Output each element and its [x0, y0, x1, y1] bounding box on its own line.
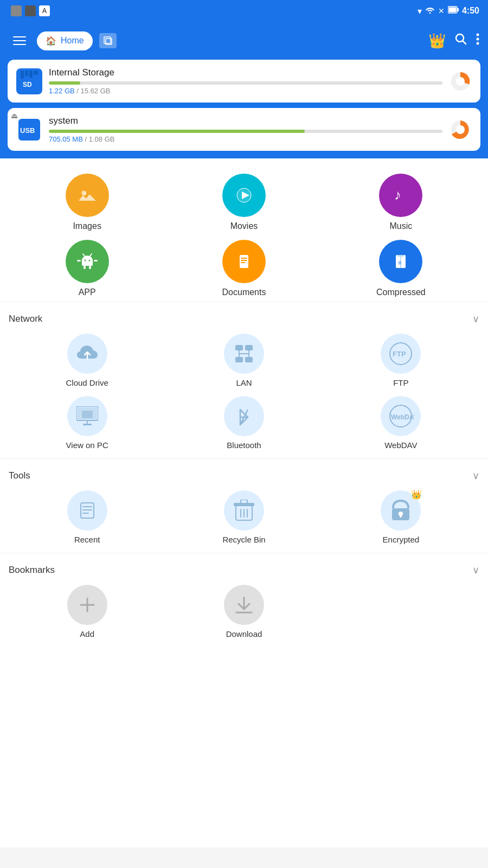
category-compressed[interactable]: ≡ Compressed: [323, 240, 479, 297]
system-storage-name: system: [49, 116, 442, 126]
tools-grid: Recent Recycle Bin: [0, 490, 488, 553]
home-icon: 🏠: [46, 36, 56, 46]
images-label: Images: [73, 221, 101, 231]
battery-icon: [448, 6, 459, 16]
tools-chevron[interactable]: ∨: [472, 470, 479, 482]
add-bookmark-icon: [67, 585, 107, 625]
webdav-label: WebDAV: [384, 441, 417, 450]
network-grid: Cloud Drive LAN: [0, 334, 488, 458]
cloud-drive-icon: [67, 334, 107, 374]
cloud-drive-item[interactable]: Cloud Drive: [9, 334, 165, 387]
view-on-pc-label: View on PC: [66, 441, 108, 450]
svg-point-34: [84, 260, 86, 261]
svg-text:USB: USB: [20, 126, 35, 135]
svg-text:SD: SD: [23, 81, 32, 88]
internal-storage-fill: [49, 81, 80, 85]
system-storage-size: 705.05 MB / 1.08 GB: [49, 135, 442, 143]
lan-item[interactable]: LAN: [165, 334, 322, 387]
recycle-bin-item[interactable]: Recycle Bin: [165, 490, 322, 544]
bookmarks-section-header: Bookmarks ∨: [0, 553, 488, 585]
svg-rect-41: [89, 266, 91, 269]
svg-rect-52: [235, 345, 243, 350]
recent-icon: [67, 490, 107, 531]
category-grid: Images Movies ♪ Music: [0, 158, 488, 302]
view-on-pc-icon: [67, 396, 107, 436]
bookmarks-chevron[interactable]: ∨: [472, 564, 479, 576]
svg-point-22: [456, 125, 465, 134]
ftp-item[interactable]: FTP FTP: [323, 334, 479, 387]
tab-button[interactable]: [99, 33, 117, 48]
crown-icon[interactable]: 👑: [428, 33, 446, 49]
svg-line-7: [463, 41, 466, 44]
encrypted-item[interactable]: 👑 Encrypted: [323, 490, 479, 544]
app-label: APP: [79, 288, 96, 297]
svg-point-9: [477, 38, 479, 41]
lan-label: LAN: [236, 378, 252, 387]
search-button[interactable]: [454, 33, 467, 49]
svg-rect-2: [457, 8, 459, 11]
status-bar: A ▾ ✕ 4:50: [0, 0, 488, 22]
svg-rect-54: [235, 357, 243, 362]
webdav-icon: WebDAV: [381, 396, 421, 436]
internal-storage-name: Internal Storage: [49, 67, 442, 78]
system-storage-pie: [449, 118, 472, 141]
home-pill-button[interactable]: 🏠 Home: [37, 31, 93, 50]
more-options-button[interactable]: [476, 33, 479, 49]
category-music[interactable]: ♪ Music: [323, 174, 479, 231]
ftp-label: FTP: [393, 378, 408, 387]
compressed-label: Compressed: [376, 288, 426, 297]
system-storage-bar: [49, 130, 442, 133]
internal-storage-size: 1.22 GB / 15.62 GB: [49, 87, 442, 95]
category-images[interactable]: Images: [9, 174, 165, 231]
compressed-icon: ≡: [379, 240, 422, 283]
category-movies[interactable]: Movies: [165, 174, 322, 231]
webdav-item[interactable]: WebDAV WebDAV: [323, 396, 479, 450]
svg-point-35: [88, 260, 90, 261]
svg-rect-67: [82, 411, 93, 418]
svg-rect-45: [241, 260, 247, 261]
encrypted-icon: 👑: [381, 490, 421, 531]
crown-badge: 👑: [411, 489, 422, 500]
svg-rect-82: [400, 514, 402, 518]
recent-item[interactable]: Recent: [9, 490, 165, 544]
svg-rect-33: [82, 260, 93, 266]
notification-icon-3: A: [39, 5, 50, 16]
svg-rect-38: [77, 260, 81, 261]
main-content: Images Movies ♪ Music: [0, 158, 488, 847]
network-title: Network: [9, 314, 42, 324]
add-bookmark-label: Add: [80, 629, 94, 639]
home-label: Home: [61, 36, 84, 46]
svg-rect-66: [83, 424, 92, 425]
download-item[interactable]: Download: [165, 585, 322, 639]
category-app[interactable]: APP: [9, 240, 165, 297]
svg-rect-39: [94, 260, 98, 261]
internal-storage-pie: [449, 70, 472, 93]
internal-storage-card[interactable]: SD Internal Storage 1.22 GB / 15.62 GB: [8, 60, 480, 103]
category-documents[interactable]: Documents: [165, 240, 322, 297]
menu-button[interactable]: [9, 32, 30, 49]
svg-point-8: [477, 34, 479, 36]
svg-rect-14: [29, 71, 33, 78]
app-icon: [66, 240, 109, 283]
tools-title: Tools: [9, 470, 30, 481]
bookmarks-grid: Add Download: [0, 585, 488, 656]
recycle-bin-label: Recycle Bin: [222, 535, 265, 544]
svg-rect-46: [241, 262, 245, 263]
svg-point-10: [477, 42, 479, 45]
usb-icon: USB: [16, 117, 42, 143]
network-chevron[interactable]: ∨: [472, 313, 479, 325]
svg-text:WebDAV: WebDAV: [391, 413, 414, 421]
view-on-pc-item[interactable]: View on PC: [9, 396, 165, 450]
encrypted-label: Encrypted: [383, 535, 420, 544]
system-storage-card[interactable]: ⏏ USB system 705.05 MB / 1.08 GB: [8, 108, 480, 151]
svg-rect-4: [104, 37, 111, 43]
svg-text:FTP: FTP: [393, 350, 406, 358]
storage-section: SD Internal Storage 1.22 GB / 15.62 GB ⏏: [0, 60, 488, 158]
add-bookmark-item[interactable]: Add: [9, 585, 165, 639]
music-icon: ♪: [379, 174, 422, 217]
bluetooth-item[interactable]: Bluetooth: [165, 396, 322, 450]
top-bar: 🏠 Home 👑: [0, 22, 488, 60]
network-section-header: Network ∨: [0, 302, 488, 334]
bookmarks-title: Bookmarks: [9, 565, 55, 576]
svg-point-23: [75, 183, 99, 207]
